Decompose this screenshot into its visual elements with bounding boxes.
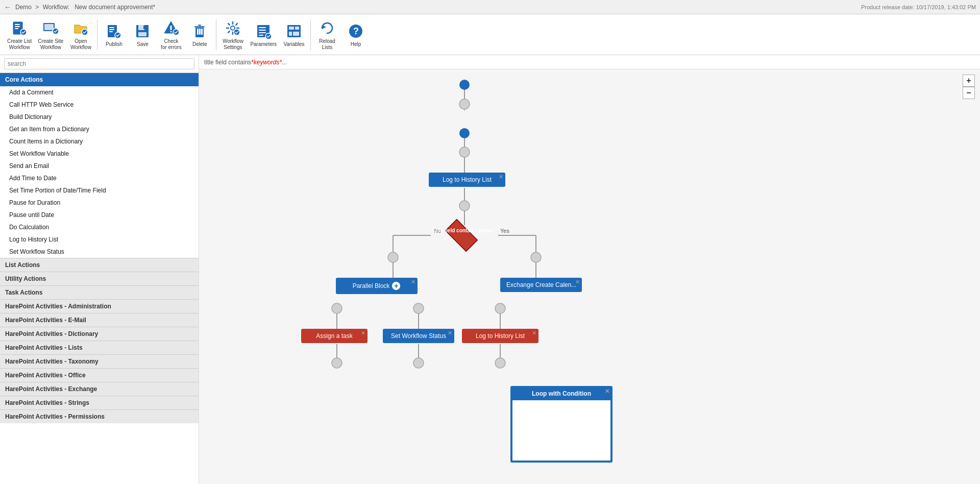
close-exchange[interactable]: ✕ [575,279,580,285]
topbar: ← Demo > Workflow: New document approvem… [0,0,980,14]
reload-lists-button[interactable]: ReloadLists [313,17,341,53]
breadcrumb-workflow-label: Workflow: [43,4,69,11]
sidebar-item-call-http[interactable]: Call HTTP Web Service [0,99,199,111]
search-input[interactable] [4,58,194,69]
parameters-icon [254,22,273,40]
search-box [0,55,199,73]
svg-point-29 [231,27,234,30]
harepoint-taxonomy-category[interactable]: HarePoint Activities - Taxonomy [0,354,199,368]
create-site-workflow-button[interactable]: Create SiteWorkflow [35,17,66,53]
open-workflow-button[interactable]: OpenWorkflow [66,17,95,53]
svg-rect-10 [109,27,114,28]
sidebar-item-add-comment[interactable]: Add a Comment [0,86,199,99]
delete-icon [190,22,209,40]
sidebar-item-pause-until[interactable]: Pause until Date [0,209,199,221]
condition-diamond[interactable]: Title field contains keyw... [431,220,497,251]
save-label: Save [137,41,149,47]
reload-lists-label: ReloadLists [319,38,335,51]
save-button[interactable]: Save [128,20,157,50]
sidebar-item-log-history[interactable]: Log to History List [0,233,199,246]
variables-label: Variables [284,41,305,47]
svg-rect-2 [15,26,20,27]
zoom-in-button[interactable]: + [963,75,975,87]
workflow-settings-button[interactable]: WorkflowSettings [218,17,247,53]
svg-rect-16 [138,32,146,36]
sidebar-item-pause-duration[interactable]: Pause for Duration [0,197,199,209]
parallel-block-box[interactable]: ✕ Parallel Block + [336,278,418,294]
close-assign-task[interactable]: ✕ [361,330,365,336]
svg-rect-1 [15,24,20,25]
svg-rect-3 [15,28,18,29]
filter-keyword: *keywords* [251,59,282,66]
back-button[interactable]: ← [4,3,11,11]
help-icon: ? [347,22,365,40]
sidebar-item-send-email[interactable]: Send an Email [0,160,199,172]
harepoint-exchange-category[interactable]: HarePoint Activities - Exchange [0,382,199,396]
sidebar-item-set-time-portion[interactable]: Set Time Portion of Date/Time Field [0,184,199,197]
sidebar-item-do-calc[interactable]: Do Calculation [0,221,199,233]
task-actions-category[interactable]: Task Actions [0,285,199,299]
sidebar: Core Actions Add a Comment Call HTTP Web… [0,55,199,484]
utility-actions-category[interactable]: Utility Actions [0,272,199,285]
create-list-workflow-button[interactable]: Create ListWorkflow [4,17,35,53]
log-history-box-2[interactable]: ✕ Log to History List [462,329,538,343]
delete-button[interactable]: Delete [185,20,214,50]
sidebar-item-add-time[interactable]: Add Time to Date [0,172,199,184]
sidebar-item-set-wf-status[interactable]: Set Workflow Status [0,246,199,258]
check-errors-button[interactable]: Checkfor errors [157,17,185,53]
sidebar-item-get-item-dict[interactable]: Get an Item from a Dictionary [0,123,199,135]
harepoint-admin-category[interactable]: HarePoint Activities - Administration [0,299,199,313]
exchange-create-box[interactable]: ✕ Exchange Create Calen... [500,278,582,292]
sidebar-item-build-dictionary[interactable]: Build Dictionary [0,111,199,123]
svg-rect-41 [293,32,299,36]
set-workflow-status-box[interactable]: ✕ Set Workflow Status [383,329,454,343]
harepoint-office-category[interactable]: HarePoint Activities - Office [0,368,199,382]
svg-rect-26 [199,29,201,35]
sidebar-item-count-items[interactable]: Count Items in a Dictionary [0,135,199,148]
close-log-history-2[interactable]: ✕ [532,330,536,336]
release-date: Product release date: 10/17/2019, 1:43:0… [861,4,976,10]
assign-task-box[interactable]: ✕ Assign a task [301,329,368,343]
open-workflow-icon [71,19,90,37]
canvas-inner: No Yes [199,69,980,484]
harepoint-lists-category[interactable]: HarePoint Activities - Lists [0,341,199,354]
svg-rect-19 [170,26,172,30]
svg-rect-12 [109,31,113,32]
close-loop[interactable]: ✕ [605,388,609,395]
publish-icon [105,22,123,40]
create-site-workflow-icon [41,19,60,37]
breadcrumb: Demo > Workflow: New document approvemen… [15,4,155,11]
log-history-box-1[interactable]: ✕ Log to History List [429,173,505,187]
help-button[interactable]: ? Help [341,20,370,50]
svg-text:Yes: Yes [500,228,509,234]
harepoint-dict-category[interactable]: HarePoint Activities - Dictionary [0,327,199,341]
svg-point-50 [459,147,470,157]
close-log-history-1[interactable]: ✕ [499,174,503,180]
parallel-add-button[interactable]: + [391,281,401,291]
zoom-out-button[interactable]: − [963,87,975,99]
svg-rect-27 [201,29,203,35]
core-actions-category[interactable]: Core Actions [0,73,199,86]
parameters-button[interactable]: Parameters [247,20,280,50]
publish-button[interactable]: Publish [100,20,128,50]
svg-rect-6 [44,24,54,30]
create-list-workflow-label: Create ListWorkflow [7,38,32,51]
close-set-wf-status[interactable]: ✕ [448,330,452,336]
workflow-name: New document approvement* [75,4,155,11]
svg-point-48 [459,128,470,138]
svg-rect-40 [289,32,292,36]
close-parallel[interactable]: ✕ [411,279,415,285]
variables-button[interactable]: Variables [280,20,308,50]
svg-point-76 [495,358,505,368]
help-label: Help [351,41,361,47]
sidebar-item-set-wf-var[interactable]: Set Workflow Variable [0,148,199,160]
harepoint-strings-category[interactable]: HarePoint Activities - Strings [0,396,199,409]
check-errors-label: Checkfor errors [161,38,182,51]
svg-point-20 [170,31,172,32]
workflow-canvas[interactable]: No Yes [199,69,980,484]
harepoint-email-category[interactable]: HarePoint Activities - E-Mail [0,313,199,327]
publish-label: Publish [106,41,122,47]
svg-point-67 [413,303,424,313]
harepoint-perms-category[interactable]: HarePoint Activities - Permissions [0,409,199,423]
list-actions-category[interactable]: List Actions [0,258,199,272]
